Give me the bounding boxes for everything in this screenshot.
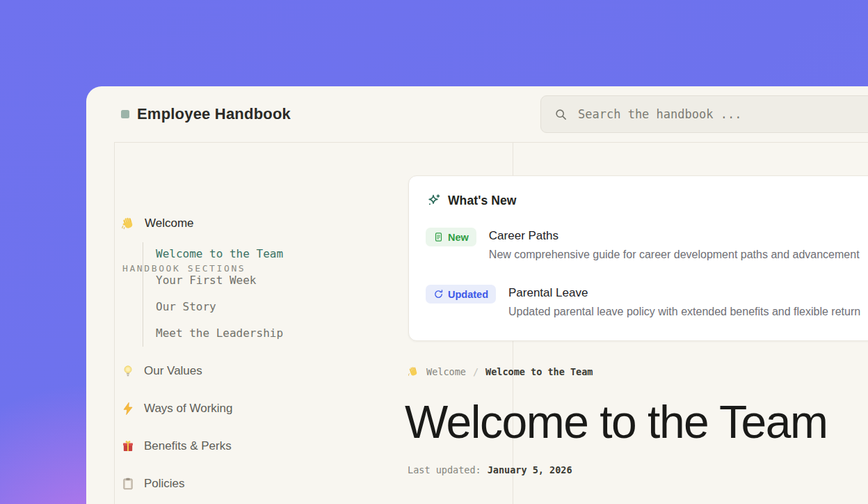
badge-label: Updated bbox=[448, 289, 488, 300]
sidebar-item-benefits-perks[interactable]: Benefits & Perks bbox=[121, 439, 232, 453]
handbook-window: Employee Handbook HANDBOOK SECTIONS Welc… bbox=[86, 86, 868, 504]
refresh-icon bbox=[433, 289, 444, 299]
app-brand: Employee Handbook bbox=[121, 105, 291, 123]
whats-new-title: What's New bbox=[448, 194, 517, 208]
whats-new-item-career-paths[interactable]: New Career Paths New comprehensive guide… bbox=[426, 228, 868, 261]
sidebar-item-label: Ways of Working bbox=[144, 402, 233, 416]
header-divider bbox=[114, 142, 868, 143]
app-logo-icon bbox=[121, 110, 129, 118]
last-updated-value: January 5, 2026 bbox=[488, 464, 572, 475]
breadcrumb: Welcome / Welcome to the Team bbox=[408, 365, 593, 377]
wave-icon bbox=[408, 365, 419, 377]
whats-new-item-title: Career Paths bbox=[489, 229, 860, 243]
sidebar-subitem-our-story[interactable]: Our Story bbox=[156, 301, 303, 313]
gift-icon bbox=[121, 439, 135, 453]
last-updated: Last updated: January 5, 2026 bbox=[408, 464, 572, 475]
search-input[interactable] bbox=[578, 107, 868, 121]
sidebar-subitem-meet-the-leadership[interactable]: Meet the Leadership bbox=[156, 327, 303, 340]
whats-new-item-title: Parental Leave bbox=[508, 286, 860, 300]
new-badge: New bbox=[426, 228, 476, 246]
whats-new-item-description: Updated parental leave policy with exten… bbox=[508, 305, 860, 318]
left-grid-line bbox=[114, 143, 115, 504]
sidebar-item-label: Welcome bbox=[145, 216, 194, 230]
whats-new-card: What's New New Career Paths New comprehe… bbox=[408, 175, 868, 341]
sidebar-item-label: Benefits & Perks bbox=[144, 439, 232, 453]
search-icon bbox=[554, 107, 568, 122]
sidebar-subitem-welcome-to-the-team[interactable]: Welcome to the Team bbox=[156, 248, 303, 260]
whats-new-item-description: New comprehensive guide for career devel… bbox=[489, 248, 860, 261]
clipboard-icon bbox=[121, 477, 135, 491]
updated-badge: Updated bbox=[426, 285, 496, 304]
sidebar-item-welcome[interactable]: Welcome bbox=[121, 216, 194, 230]
sidebar-item-label: Policies bbox=[144, 477, 185, 491]
sidebar-item-ways-of-working[interactable]: Ways of Working bbox=[121, 402, 233, 416]
whats-new-item-parental-leave[interactable]: Updated Parental Leave Updated parental … bbox=[426, 285, 868, 318]
sidebar-item-policies[interactable]: Policies bbox=[121, 477, 185, 491]
sidebar-subitem-your-first-week[interactable]: Your First Week bbox=[156, 274, 303, 287]
breadcrumb-section[interactable]: Welcome bbox=[426, 366, 466, 377]
breadcrumb-separator: / bbox=[473, 366, 479, 377]
sidebar-item-our-values[interactable]: Our Values bbox=[121, 364, 202, 378]
sidebar-subnav: Welcome to the Team Your First Week Our … bbox=[143, 242, 303, 347]
app-title: Employee Handbook bbox=[137, 105, 291, 123]
wave-icon bbox=[121, 216, 136, 230]
document-icon bbox=[433, 232, 444, 242]
page-title: Welcome to the Team bbox=[405, 398, 827, 446]
breadcrumb-page[interactable]: Welcome to the Team bbox=[485, 366, 593, 377]
lightning-icon bbox=[121, 402, 135, 416]
lightbulb-icon bbox=[121, 364, 135, 378]
whats-new-header: What's New bbox=[426, 193, 517, 209]
sparkle-icon bbox=[426, 193, 442, 209]
sidebar-item-label: Our Values bbox=[144, 364, 202, 378]
last-updated-label: Last updated: bbox=[408, 464, 481, 475]
search-box[interactable] bbox=[540, 95, 868, 133]
badge-label: New bbox=[448, 232, 469, 243]
